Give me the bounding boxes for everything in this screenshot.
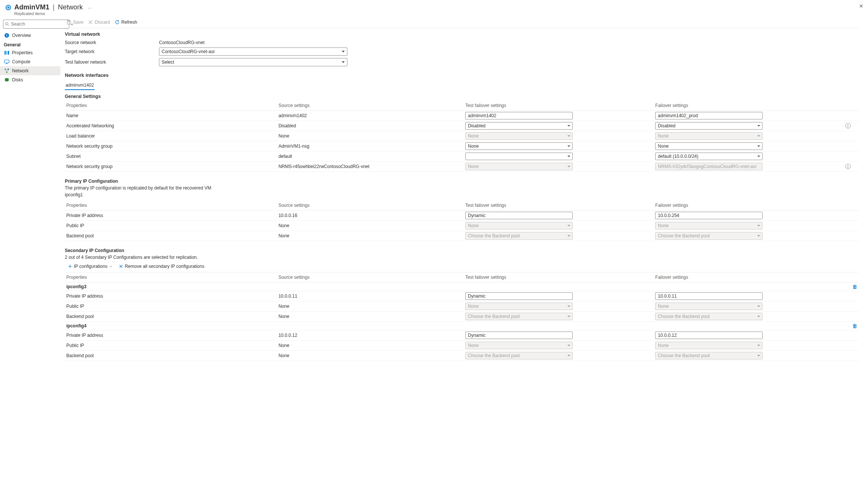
pub-fo-select: None — [655, 303, 763, 310]
bep-tfo-select: Choose the Backend pool — [465, 232, 573, 240]
pip-fo-input[interactable]: 10.0.0.254 — [655, 212, 763, 219]
tfo-network-value: Select — [162, 60, 174, 65]
subnet-tfo-select[interactable] — [465, 153, 573, 160]
disks-icon — [4, 77, 10, 83]
subnet-fo-select[interactable]: default (10.0.0.0/24) — [655, 153, 763, 160]
subnsg-fo-input: NRMS-h32ydcf3aogxgContosoCloudRG-vnet-as… — [655, 163, 763, 170]
save-button[interactable]: Save — [66, 20, 83, 25]
bep-tfo-select: Choose the Backend pool — [465, 313, 573, 320]
sidebar-item-label: Properties — [12, 50, 33, 55]
col-properties: Properties — [65, 101, 277, 111]
pip-tfo-input[interactable]: Dynamic — [465, 332, 573, 339]
remove-all-ip-config-button[interactable]: Remove all secondary IP configurations — [119, 264, 204, 269]
primary-ip-heading: Primary IP Configuration — [65, 179, 859, 184]
target-network-label: Target network — [65, 49, 159, 54]
nsg-fo-select[interactable]: None — [655, 142, 763, 150]
svg-rect-12 — [6, 63, 8, 64]
ipconfig-name: ipconfig3 — [65, 283, 844, 291]
name-tfo-input[interactable]: adminvm1402 — [465, 112, 573, 119]
ipconfig-header-row: ipconfig4🗑 — [65, 322, 859, 330]
row-private-ip: Private IP address10.0.0.12Dynamic10.0.0… — [65, 330, 859, 341]
close-button[interactable]: ✕ — [859, 3, 863, 9]
pip-tfo-input[interactable]: Dynamic — [465, 212, 573, 219]
row-nsg: Network security group AdminVM1-nsg None… — [65, 141, 859, 151]
pub-tfo-select: None — [465, 342, 573, 349]
refresh-button[interactable]: Refresh — [115, 20, 137, 25]
delete-ipconfig-button[interactable]: 🗑 — [852, 323, 857, 329]
primary-ip-name: ipconfig1 — [65, 192, 859, 197]
sidebar-item-overview[interactable]: Overview — [0, 31, 60, 40]
sidebar-item-network[interactable]: Network — [0, 66, 60, 75]
acc-tfo-select[interactable]: Disabled — [465, 122, 573, 130]
info-icon[interactable]: i — [845, 123, 851, 128]
refresh-icon — [115, 20, 120, 25]
sidebar-item-disks[interactable]: Disks — [0, 75, 60, 84]
virtual-network-heading: Virtual network — [65, 31, 859, 37]
add-ip-config-button[interactable]: IP configurations — [68, 264, 113, 269]
secondary-ip-table: Properties Source settings Test failover… — [65, 272, 859, 361]
svg-rect-8 — [5, 51, 6, 55]
discard-button[interactable]: Discard — [88, 20, 110, 25]
row-private-ip: Private IP address 10.0.0.16 Dynamic 10.… — [65, 211, 859, 221]
row-public-ip: Public IP None None None — [65, 221, 859, 231]
svg-rect-9 — [6, 51, 8, 55]
sidebar-group-general: General — [0, 40, 60, 48]
row-backend-pool: Backend poolNoneChoose the Backend poolC… — [65, 312, 859, 322]
pip-tfo-input[interactable]: Dynamic — [465, 292, 573, 300]
search-input[interactable] — [11, 21, 67, 27]
sidebar-item-label: Compute — [12, 59, 31, 64]
target-network-value: ContosoCloudRG-vnet-asr — [162, 49, 215, 54]
compute-icon — [4, 59, 10, 65]
discard-icon — [88, 20, 93, 25]
sidebar-item-label: Disks — [12, 77, 23, 83]
pip-fo-input[interactable]: 10.0.0.11 — [655, 292, 763, 300]
delete-ipconfig-button[interactable]: 🗑 — [852, 284, 857, 290]
tfo-network-select[interactable]: Select — [159, 58, 347, 66]
info-icon — [4, 32, 10, 38]
sidebar-item-properties[interactable]: Properties — [0, 48, 60, 57]
target-network-select[interactable]: ContosoCloudRG-vnet-asr — [159, 47, 347, 56]
row-public-ip: Public IPNoneNoneNone — [65, 301, 859, 312]
row-name: Name adminvm1402 adminvm1402 adminvm1402… — [65, 111, 859, 121]
nsg-tfo-select[interactable]: None — [465, 142, 573, 150]
more-actions-button[interactable]: ··· — [85, 4, 95, 12]
primary-ip-table: Properties Source settings Test failover… — [65, 200, 859, 241]
svg-rect-10 — [8, 51, 9, 55]
secondary-ip-desc: 2 out of 4 Secondary IP Configurations a… — [65, 255, 859, 260]
row-private-ip: Private IP address10.0.0.11Dynamic10.0.0… — [65, 291, 859, 301]
resource-icon — [5, 4, 12, 11]
properties-icon — [4, 50, 10, 56]
title-separator: | — [51, 3, 57, 11]
pub-fo-select: None — [655, 342, 763, 349]
col-source: Source settings — [277, 101, 464, 111]
pub-tfo-select: None — [465, 303, 573, 310]
row-backend-pool: Backend pool None Choose the Backend poo… — [65, 231, 859, 241]
bep-fo-select: Choose the Backend pool — [655, 232, 763, 240]
name-fo-input[interactable]: adminvm1402_prod — [655, 112, 763, 119]
search-input-wrap[interactable] — [3, 20, 69, 29]
pub-tfo-select: None — [465, 222, 573, 229]
info-icon[interactable]: i — [845, 164, 851, 169]
nic-tab[interactable]: adminvm1402 — [65, 81, 95, 90]
chevron-down-icon — [109, 264, 113, 268]
subnsg-tfo-select: None — [465, 163, 573, 170]
title-sub: Network — [58, 3, 83, 11]
source-network-value: ContosoCloudRG-vnet — [159, 40, 205, 45]
bep-fo-select: Choose the Backend pool — [655, 352, 763, 359]
sidebar-item-compute[interactable]: Compute — [0, 57, 60, 66]
svg-rect-11 — [5, 60, 9, 63]
source-network-label: Source network — [65, 40, 159, 45]
add-ip-config-label: IP configurations — [74, 264, 107, 269]
lb-tfo-select: None — [465, 132, 573, 140]
lb-fo-select: None — [655, 132, 763, 140]
secondary-ip-heading: Secondary IP Configuration — [65, 248, 859, 253]
svg-rect-7 — [6, 34, 7, 35]
svg-point-2 — [8, 7, 9, 9]
general-settings-table: Properties Source settings Test failover… — [65, 101, 859, 172]
refresh-label: Refresh — [121, 20, 137, 25]
general-settings-heading: General Settings — [65, 94, 859, 99]
pip-fo-input[interactable]: 10.0.0.12 — [655, 332, 763, 339]
toolbar: Save Discard Refresh — [65, 17, 859, 28]
ipconfig-header-row: ipconfig3🗑 — [65, 283, 859, 291]
acc-fo-select[interactable]: Disabled — [655, 122, 763, 130]
